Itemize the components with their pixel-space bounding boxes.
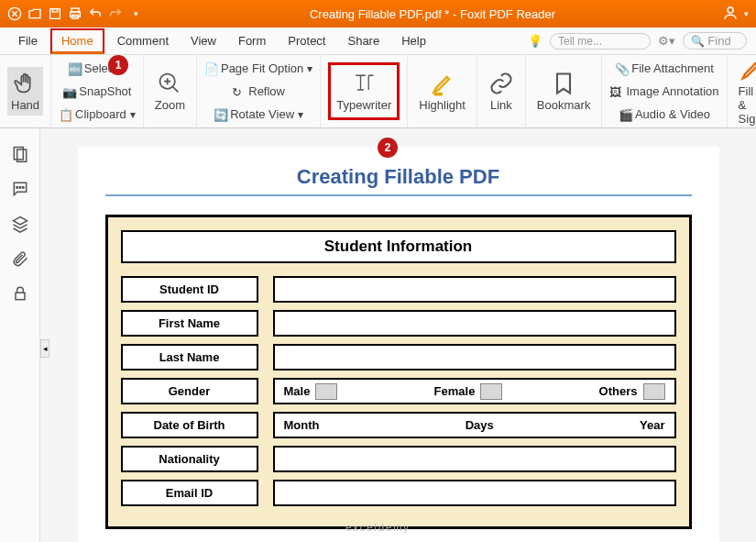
imageannot-button[interactable]: 🖼Image Annotation (609, 83, 718, 99)
window-title: Creating Fillable PDF.pdf * - Foxit PDF … (143, 7, 722, 21)
zoom-button[interactable]: Zoom (151, 67, 189, 116)
pages-icon[interactable] (11, 145, 29, 163)
menu-help[interactable]: Help (392, 30, 435, 51)
label-dob: Date of Birth (121, 412, 258, 438)
checkbox-male[interactable] (315, 383, 337, 400)
user-dropdown-icon[interactable]: ▾ (744, 9, 749, 18)
svg-point-10 (16, 187, 17, 189)
field-firstname[interactable] (273, 310, 676, 337)
open-icon[interactable] (27, 6, 42, 21)
link-button[interactable]: Link (485, 67, 518, 116)
qat-dropdown-icon[interactable]: ▾ (128, 6, 143, 21)
label-email: Email ID (121, 480, 258, 506)
undo-icon[interactable] (88, 6, 103, 21)
svg-point-12 (22, 187, 24, 189)
svg-rect-13 (16, 293, 25, 300)
reflow-button[interactable]: ↻Reflow (232, 83, 285, 99)
menu-view[interactable]: View (181, 30, 225, 51)
menu-protect[interactable]: Protect (279, 30, 334, 51)
layers-icon[interactable] (11, 215, 29, 233)
callout-badge-2: 2 (378, 138, 398, 158)
menubar: File Home Comment View Form Protect Shar… (0, 28, 756, 55)
find-input[interactable]: 🔍 Find (683, 32, 747, 50)
lightbulb-icon: 💡 (528, 34, 542, 48)
app-logo-icon (7, 6, 22, 21)
field-lastname[interactable] (273, 344, 676, 371)
label-firstname: First Name (121, 310, 258, 337)
attachment-icon[interactable] (11, 249, 29, 268)
menu-home[interactable]: Home (50, 28, 104, 54)
tellme-search[interactable]: Tell me... (550, 33, 651, 50)
row-nationality: Nationality (121, 446, 676, 472)
row-studentid: Student ID (121, 276, 676, 303)
svg-rect-2 (52, 9, 57, 12)
svg-point-11 (19, 187, 21, 189)
quick-access-toolbar: ▾ (7, 6, 143, 21)
save-icon[interactable] (48, 6, 62, 21)
field-email[interactable] (273, 480, 676, 506)
page-area[interactable]: Creating Fillable PDF Student Informatio… (40, 128, 756, 542)
row-dob: Date of Birth Month Days Year (121, 412, 676, 438)
print-icon[interactable] (68, 6, 82, 21)
form-section-header: Student Information (121, 230, 676, 263)
field-nationality[interactable] (273, 446, 676, 472)
page-title: Creating Fillable PDF (105, 165, 692, 196)
typewriter-button[interactable]: Typewriter (333, 67, 395, 116)
sidebar-collapse-icon[interactable]: ◂ (40, 339, 49, 358)
row-gender: Gender Male Female Others (121, 378, 676, 404)
menu-comment[interactable]: Comment (108, 30, 178, 51)
sidebar (0, 128, 40, 542)
field-dob: Month Days Year (273, 412, 676, 438)
label-lastname: Last Name (121, 344, 258, 371)
user-icon[interactable] (722, 5, 739, 24)
row-firstname: First Name (121, 310, 676, 337)
pdf-page: Creating Fillable PDF Student Informatio… (78, 147, 719, 542)
highlight-button[interactable]: Highlight (415, 67, 469, 116)
bookmark-button[interactable]: Bookmark (533, 67, 595, 116)
checkbox-female[interactable] (480, 383, 502, 400)
label-studentid: Student ID (121, 276, 258, 303)
security-icon[interactable] (11, 284, 29, 303)
row-lastname: Last Name (121, 344, 676, 371)
menu-share[interactable]: Share (338, 30, 389, 51)
fillsign-button[interactable]: Fill & Sign (735, 53, 756, 129)
field-gender: Male Female Others (273, 378, 676, 404)
snapshot-button[interactable]: 📷SnapShot (62, 83, 131, 99)
svg-point-6 (728, 7, 733, 13)
titlebar: ▾ Creating Fillable PDF.pdf * - Foxit PD… (0, 0, 756, 28)
audiovideo-button[interactable]: 🎬Audio & Video (619, 106, 710, 122)
label-nationality: Nationality (121, 446, 258, 472)
workspace: ◂ Creating Fillable PDF Student Informat… (0, 128, 756, 542)
checkbox-others[interactable] (643, 383, 665, 400)
comments-icon[interactable] (11, 180, 29, 198)
rotate-button[interactable]: 🔄Rotate View ▾ (214, 106, 303, 122)
callout-badge-1: 1 (108, 55, 128, 75)
hand-button[interactable]: Hand (7, 67, 43, 116)
clipboard-button[interactable]: 📋Clipboard ▾ (59, 106, 136, 122)
field-studentid[interactable] (273, 276, 676, 303)
redo-icon[interactable] (108, 6, 123, 21)
form-container: Student Information Student ID First Nam… (105, 215, 692, 529)
menu-form[interactable]: Form (229, 30, 275, 51)
menu-file[interactable]: File (9, 30, 47, 51)
fileattach-button[interactable]: 📎File Attachment (615, 61, 714, 76)
settings-icon[interactable]: ⚙▾ (658, 34, 675, 48)
pagefit-button[interactable]: 📄Page Fit Option ▾ (204, 61, 312, 76)
label-gender: Gender (121, 378, 258, 404)
row-email: Email ID (121, 480, 676, 506)
svg-rect-1 (50, 9, 60, 19)
